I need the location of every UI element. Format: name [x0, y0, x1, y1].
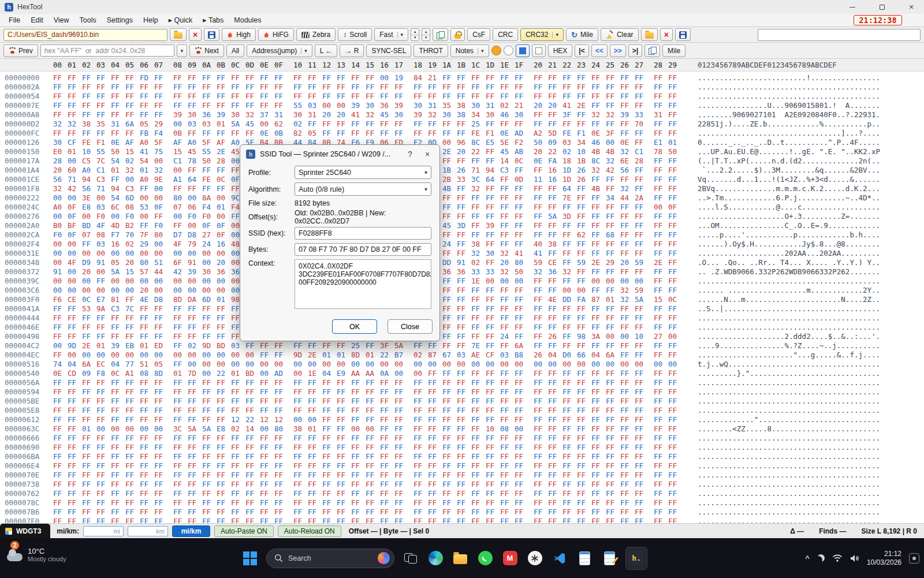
hex-byte[interactable]: FF — [534, 397, 544, 406]
ascii-text[interactable]: ........................................… — [698, 471, 880, 480]
hex-byte[interactable]: 0F — [217, 230, 227, 240]
hex-byte[interactable]: 00 — [515, 360, 525, 369]
hex-byte[interactable]: FF — [486, 286, 496, 295]
hex-byte[interactable]: 6F — [173, 258, 184, 267]
hex-byte[interactable]: 0E — [111, 138, 121, 147]
hex-byte[interactable]: FF — [413, 452, 424, 461]
hex-byte[interactable]: FF — [635, 175, 645, 184]
ascii-text[interactable]: ........................................… — [698, 480, 880, 489]
ascii-text[interactable]: ........................................… — [698, 452, 880, 461]
hex-byte[interactable]: 2E — [442, 147, 453, 156]
hex-byte[interactable]: FF — [548, 83, 558, 92]
secondary-path-input[interactable] — [758, 29, 921, 41]
hex-byte[interactable]: FF — [442, 498, 453, 508]
hex-byte[interactable]: FF — [351, 415, 362, 424]
ascii-text[interactable]: ................U...9069015801.! A......… — [698, 101, 880, 110]
hex-byte[interactable]: FF — [308, 341, 318, 350]
hex-byte[interactable]: FF — [486, 471, 496, 480]
hex-byte[interactable]: FF — [471, 304, 482, 314]
hex-byte[interactable]: FF — [486, 314, 496, 323]
menu-item[interactable]: File — [3, 14, 25, 27]
hex-byte[interactable]: FF — [486, 517, 496, 523]
hex-byte[interactable]: FF — [322, 92, 333, 101]
hex-byte[interactable]: FF — [442, 443, 453, 452]
hex-byte[interactable]: FF — [500, 175, 511, 184]
hex-byte[interactable]: FF — [606, 304, 616, 314]
white-toggle[interactable] — [504, 46, 513, 55]
hex-byte[interactable]: FF — [380, 120, 390, 129]
hex-byte[interactable]: FF — [635, 397, 645, 406]
hex-byte[interactable]: FF — [606, 240, 616, 249]
hex-byte[interactable]: FF — [188, 461, 198, 471]
hex-byte[interactable]: FF — [562, 83, 573, 92]
hex-byte[interactable]: FF — [457, 406, 467, 415]
hex-byte[interactable]: FF — [125, 397, 136, 406]
hex-byte[interactable]: 46 — [500, 110, 511, 120]
hex-byte[interactable]: FF — [548, 415, 558, 424]
hex-byte[interactable]: 01 — [68, 147, 78, 156]
hex-byte[interactable]: FF — [140, 415, 150, 424]
hex-byte[interactable]: FF — [457, 92, 467, 101]
hex-byte[interactable]: 32 — [591, 166, 602, 175]
hex-byte[interactable]: C1 — [173, 156, 184, 166]
hex-byte[interactable]: FF — [96, 277, 107, 286]
hex-byte[interactable]: FF — [620, 434, 631, 443]
hex-byte[interactable]: FF — [202, 434, 213, 443]
hex-byte[interactable]: 27 — [654, 332, 664, 341]
hex-byte[interactable]: FF — [394, 424, 405, 434]
hex-byte[interactable]: FF — [231, 443, 241, 452]
hex-byte[interactable]: FF — [188, 387, 198, 397]
hex-byte[interactable]: FF — [82, 397, 92, 406]
hex-byte[interactable]: FF — [217, 166, 227, 175]
hex-byte[interactable]: 09 — [548, 138, 558, 147]
hex-byte[interactable]: FF — [154, 304, 165, 314]
hex-byte[interactable]: FF — [140, 434, 150, 443]
hex-byte[interactable]: 5A — [635, 295, 645, 304]
hex-byte[interactable]: 00 — [111, 286, 121, 295]
hex-byte[interactable]: A1 — [125, 369, 136, 378]
hex-byte[interactable]: FF — [322, 517, 333, 523]
hex-byte[interactable]: FF — [366, 452, 376, 461]
hex-byte[interactable]: FF — [620, 212, 631, 221]
hex-byte[interactable]: FF — [577, 480, 587, 489]
hex-byte[interactable]: FF — [82, 129, 92, 138]
hex-byte[interactable]: FF — [274, 406, 285, 415]
hex-byte[interactable]: FF — [154, 471, 165, 480]
hex-byte[interactable]: FF — [668, 424, 679, 434]
hex-byte[interactable]: 00 — [654, 360, 664, 369]
hex-byte[interactable]: 16 — [548, 175, 558, 184]
hex-byte[interactable]: 00 — [53, 249, 64, 258]
hex-byte[interactable]: FF — [111, 378, 121, 387]
hex-byte[interactable]: FF — [591, 406, 602, 415]
hex-byte[interactable]: 31 — [486, 101, 496, 110]
hex-byte[interactable]: 00 — [68, 277, 78, 286]
hex-byte[interactable]: FF — [620, 267, 631, 277]
hex-byte[interactable]: FF — [442, 193, 453, 203]
hex-byte[interactable]: FF — [548, 230, 558, 240]
hex-byte[interactable]: FF — [654, 193, 664, 203]
hex-byte[interactable]: FF — [337, 406, 347, 415]
hex-byte[interactable]: FF — [591, 193, 602, 203]
hex-byte[interactable]: FF — [366, 480, 376, 489]
hex-byte[interactable]: C3 — [111, 304, 121, 314]
hex-byte[interactable]: FF — [534, 369, 544, 378]
hex-byte[interactable]: 56 — [620, 166, 631, 175]
hex-byte[interactable]: 00 — [591, 360, 602, 369]
hex-byte[interactable]: 0A — [380, 369, 390, 378]
hex-byte[interactable]: FF — [337, 424, 347, 434]
hex-byte[interactable]: FF — [562, 230, 573, 240]
hex-byte[interactable]: FF — [217, 378, 227, 387]
hex-byte[interactable]: FF — [380, 508, 390, 517]
hex-byte[interactable]: F2 — [515, 138, 525, 147]
hex-byte[interactable]: FF — [380, 498, 390, 508]
hex-byte[interactable]: 66 — [577, 350, 587, 360]
hex-byte[interactable]: 50 — [534, 138, 544, 147]
ascii-text[interactable]: ........................................… — [698, 498, 880, 508]
hex-byte[interactable]: C3 — [500, 166, 511, 175]
hex-byte[interactable]: FF — [635, 434, 645, 443]
hex-byte[interactable]: FF — [548, 73, 558, 83]
hex-byte[interactable]: FF — [486, 193, 496, 203]
hex-byte[interactable]: FF — [154, 110, 165, 120]
hex-byte[interactable]: FF — [668, 221, 679, 230]
hex-byte[interactable]: FF — [82, 378, 92, 387]
